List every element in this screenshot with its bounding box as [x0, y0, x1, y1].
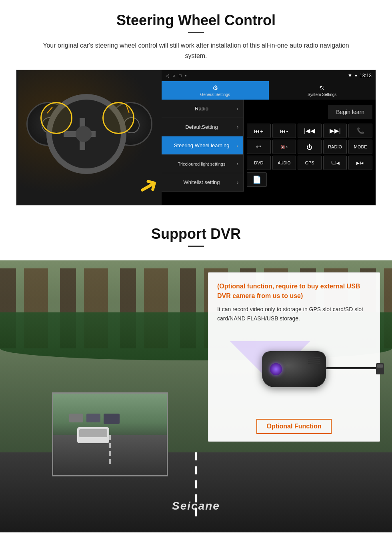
- statusbar-time: 13:13: [360, 73, 372, 78]
- dvr-title: Support DVR: [0, 226, 392, 242]
- steering-wheel-photo: ➜: [18, 70, 162, 206]
- dvr-background: Seicane (Optional function, require to b…: [0, 260, 392, 532]
- menu-list: Radio › DefaultSetting › Steering Wheel …: [162, 100, 244, 192]
- page-title: Steering Wheel Control: [16, 12, 376, 29]
- preview-cars: [69, 414, 120, 424]
- steering-wheel-image: ➜: [16, 70, 164, 206]
- vent-2: [308, 359, 320, 360]
- optional-function-badge: Optional Function: [256, 419, 332, 434]
- dvr-camera-image: [218, 329, 370, 409]
- func-btn-gps[interactable]: GPS: [298, 156, 322, 170]
- func-btn-vol-up[interactable]: ⏮+: [247, 124, 271, 138]
- title-divider: [188, 32, 204, 33]
- highlight-circle-right: [102, 102, 134, 134]
- prev-car-1: [69, 414, 83, 422]
- vent-3: [308, 361, 320, 362]
- func-btn-prev[interactable]: |◀◀: [298, 124, 322, 138]
- dvr-section: Support DVR: [0, 214, 392, 532]
- whitelist-row: 📄: [247, 172, 372, 187]
- func-btn-doc[interactable]: 📄: [247, 172, 267, 187]
- func-btn-audio[interactable]: AUDIO: [272, 156, 296, 170]
- wheel-center: [76, 126, 92, 142]
- tab-general-settings[interactable]: ⚙ General Settings: [162, 81, 269, 100]
- menu-content: Begin learn ⏮+ ⏮- |◀◀ ▶▶| 📞 ↩ 🔇× ⏻: [244, 100, 376, 192]
- func-btn-phone[interactable]: 📞: [348, 124, 372, 138]
- settings-icon: ⚙: [212, 84, 218, 92]
- steering-section: Steering Wheel Control Your original car…: [0, 0, 392, 214]
- dvr-optional-text: (Optional function, require to buy exter…: [217, 282, 371, 301]
- section-subtitle: Your original car's steering wheel contr…: [32, 40, 360, 61]
- menu-item-steering-wheel[interactable]: Steering Wheel learning ›: [162, 136, 243, 155]
- vent-1: [308, 357, 320, 358]
- prev-car-2: [86, 414, 100, 422]
- camera-lens: [270, 363, 282, 375]
- func-btn-phone-prev[interactable]: 📞|◀: [323, 156, 347, 170]
- menu-item-defaultsetting[interactable]: DefaultSetting ›: [162, 118, 243, 136]
- func-btn-hang[interactable]: ↩: [247, 140, 271, 154]
- func-btn-radio[interactable]: RADIO: [323, 140, 347, 154]
- steering-composite: ➜ ◁ ○ □ ▪ ▼ ▾ 13:13 ⚙ General Settings ⛭: [16, 70, 376, 206]
- chevron-right-icon: ›: [237, 124, 238, 130]
- begin-learn-button[interactable]: Begin learn: [328, 105, 372, 119]
- func-btn-vol-down[interactable]: ⏮-: [272, 124, 296, 138]
- camera-body-wrapper: [262, 351, 326, 387]
- dvr-preview-screen: [52, 392, 168, 476]
- statusbar-wifi-icon: ▾: [355, 73, 357, 78]
- vent-4: [308, 363, 320, 364]
- func-btn-power[interactable]: ⏻: [298, 140, 322, 154]
- system-icon: ⛭: [319, 84, 325, 92]
- usb-plug: [376, 363, 384, 374]
- vent-slots: [308, 357, 320, 364]
- suv-car: [77, 427, 109, 443]
- android-menu: Radio › DefaultSetting › Steering Wheel …: [162, 100, 376, 192]
- android-statusbar: ◁ ○ □ ▪ ▼ ▾ 13:13: [162, 70, 376, 81]
- func-btn-dvd[interactable]: DVD: [247, 156, 271, 170]
- camera-body: [262, 351, 326, 387]
- android-ui: ◁ ○ □ ▪ ▼ ▾ 13:13 ⚙ General Settings ⛭ S…: [162, 70, 376, 206]
- statusbar-signal-icon: ▼: [348, 73, 352, 78]
- android-tabs: ⚙ General Settings ⛭ System Settings: [162, 81, 376, 100]
- func-btn-mode[interactable]: MODE: [348, 140, 372, 154]
- dvr-title-area: Support DVR: [0, 214, 392, 260]
- dvr-title-divider: [188, 246, 204, 247]
- chevron-right-icon: ›: [237, 143, 238, 148]
- brand-label: Seicane: [172, 500, 220, 512]
- menu-item-tricoloured[interactable]: Tricoloured light settings ›: [162, 155, 243, 173]
- suv-roof: [79, 429, 107, 437]
- func-btn-next[interactable]: ▶▶|: [323, 124, 347, 138]
- menu-item-radio[interactable]: Radio ›: [162, 100, 243, 118]
- prev-car-3: [104, 414, 120, 424]
- chevron-right-icon: ›: [237, 106, 238, 112]
- preview-lane: [110, 435, 111, 467]
- begin-learn-row: Begin learn: [247, 103, 372, 121]
- usb-plug-inner: [377, 364, 383, 368]
- optional-badge-container: Optional Function: [217, 413, 371, 434]
- tab-system-settings[interactable]: ⛭ System Settings: [269, 81, 376, 100]
- highlight-circle-left: [40, 102, 72, 134]
- statusbar-nav-icons: ◁ ○ □ ▪: [166, 73, 187, 78]
- menu-item-whitelist[interactable]: Whitelist setting ›: [162, 173, 243, 192]
- func-btn-mute[interactable]: 🔇×: [272, 140, 296, 154]
- function-grid: ⏮+ ⏮- |◀◀ ▶▶| 📞 ↩ 🔇× ⏻ RADIO MODE DVD AU: [247, 124, 372, 170]
- dvr-description: It can record video only to storage in G…: [217, 305, 371, 323]
- chevron-right-icon: ›: [237, 161, 238, 167]
- chevron-right-icon: ›: [237, 180, 238, 185]
- usb-cable: [326, 367, 382, 369]
- func-btn-next2[interactable]: ▶|⏭: [348, 156, 372, 170]
- dvr-info-box: (Optional function, require to buy exter…: [208, 272, 380, 442]
